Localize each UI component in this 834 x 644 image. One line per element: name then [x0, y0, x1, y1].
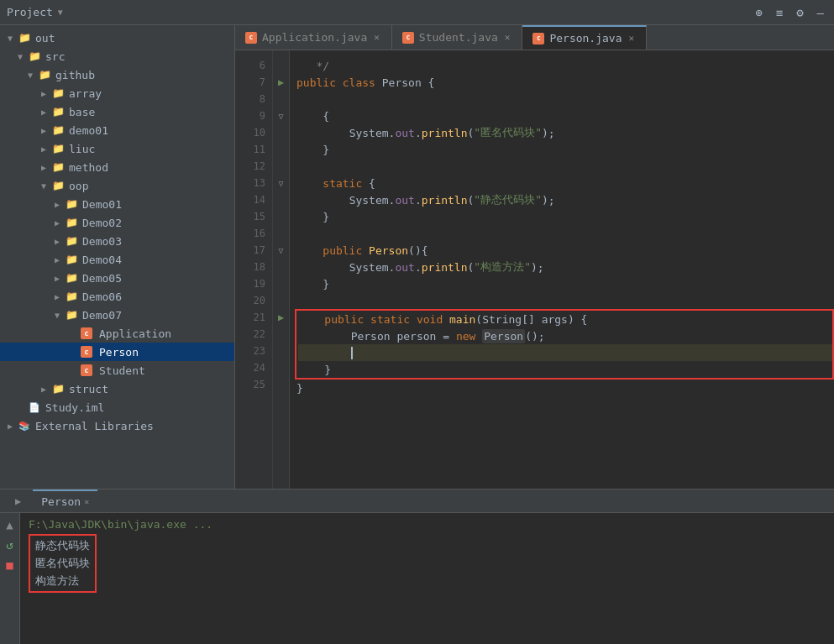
arrow-demo01: ▶: [37, 126, 50, 135]
sidebar-item-Demo03[interactable]: ▶ 📁 Demo03: [0, 232, 234, 250]
label-study-iml: Study.iml: [45, 401, 104, 414]
folder-icon-src: 📁: [27, 50, 42, 63]
label-Demo01: Demo01: [82, 198, 122, 211]
code-line-22: Person person = new Person();: [298, 327, 832, 344]
label-Application: Application: [99, 327, 171, 340]
code-line-18: System.out.println("构造方法");: [296, 259, 834, 275]
output-line-3: 构造方法: [35, 573, 90, 590]
tab-person-java[interactable]: c Person.java ✕: [522, 25, 647, 50]
file-tree: ▼ 📁 out ▼ 📁 src ▼ 📁 github ▶ 📁 array: [0, 25, 234, 438]
sidebar-item-study-iml[interactable]: 📄 Study.iml: [0, 398, 234, 416]
sidebar-item-external-libs[interactable]: ▶ 📚 External Libraries: [0, 416, 234, 435]
output-cmd-line: F:\Java\JDK\bin\java.exe ...: [29, 518, 826, 531]
fold-arrow-9[interactable]: ▽: [278, 112, 283, 121]
sidebar-item-base[interactable]: ▶ 📁 base: [0, 102, 234, 121]
folder-icon-Demo06: 📁: [64, 290, 79, 303]
label-demo01: demo01: [69, 124, 108, 137]
bottom-tabs: ▶ Person ✕: [0, 490, 834, 513]
bottom-run-tab[interactable]: ▶: [7, 490, 29, 512]
bottom-person-tab[interactable]: Person ✕: [33, 490, 97, 512]
code-editor[interactable]: 6 7 8 9 10 11 12 13 14 15 16 17 18 19 20…: [235, 50, 834, 489]
folder-icon-struct: 📁: [50, 382, 66, 395]
sidebar-item-Student[interactable]: c Student: [0, 361, 234, 380]
sidebar-item-array[interactable]: ▶ 📁 array: [0, 84, 234, 102]
java-icon-tab-student: c: [402, 32, 414, 44]
scroll-up-btn[interactable]: ▲: [4, 516, 14, 533]
sidebar: ▼ 📁 out ▼ 📁 src ▼ 📁 github ▶ 📁 array: [0, 25, 235, 489]
label-external-libs: External Libraries: [35, 420, 154, 432]
folder-icon-Demo04: 📁: [64, 253, 79, 266]
sidebar-item-out[interactable]: ▼ 📁 out: [0, 29, 234, 47]
sidebar-item-oop[interactable]: ▼ 📁 oop: [0, 176, 234, 195]
sidebar-item-Demo05[interactable]: ▶ 📁 Demo05: [0, 269, 234, 287]
label-Demo07: Demo07: [82, 309, 122, 322]
code-line-16: [296, 225, 834, 242]
fold-arrow-13[interactable]: ▽: [278, 179, 283, 188]
stop-btn[interactable]: ■: [4, 557, 14, 573]
tab-application-label: Application.java: [262, 31, 367, 44]
label-out: out: [35, 32, 55, 45]
sidebar-item-demo01[interactable]: ▶ 📁 demo01: [0, 121, 234, 139]
toolbar-icons: ⊕ ≡ ⚙ —: [752, 4, 827, 21]
rerun-btn[interactable]: ↺: [4, 537, 14, 553]
code-line-14: System.out.println("静态代码块");: [296, 191, 834, 208]
sidebar-item-Demo07[interactable]: ▼ 📁 Demo07: [0, 306, 234, 324]
tabs-bar: c Application.java ✕ c Student.java ✕ c …: [235, 25, 834, 50]
label-Demo02: Demo02: [82, 217, 122, 229]
line-numbers: 6 7 8 9 10 11 12 13 14 15 16 17 18 19 20…: [235, 50, 273, 489]
folder-icon-github: 📁: [37, 68, 52, 81]
label-Demo06: Demo06: [82, 291, 122, 303]
output-line-1: 静态代码块: [35, 537, 90, 555]
tab-application-close[interactable]: ✕: [372, 31, 381, 44]
fold-arrow-17[interactable]: ▽: [278, 246, 283, 255]
cursor: [351, 347, 353, 359]
folder-icon-liuc: 📁: [50, 142, 66, 155]
tab-person-close[interactable]: ✕: [627, 32, 637, 45]
java-icon-tab-application: c: [245, 32, 257, 44]
lib-icon: 📚: [17, 419, 32, 432]
code-line-21: public static void main(String[] args) {: [298, 311, 832, 327]
arrow-out: ▼: [3, 34, 17, 43]
minimize-icon[interactable]: —: [814, 4, 827, 21]
tab-person-label: Person.java: [549, 32, 622, 45]
sidebar-item-src[interactable]: ▼ 📁 src: [0, 47, 234, 65]
code-line-15: }: [296, 208, 834, 225]
sidebar-item-Demo02[interactable]: ▶ 📁 Demo02: [0, 213, 234, 232]
project-title: Project: [7, 6, 53, 18]
top-toolbar: Project ▼ ⊕ ≡ ⚙ —: [0, 0, 834, 25]
folder-icon-Demo01: 📁: [64, 197, 79, 211]
sidebar-item-Application[interactable]: c Application: [0, 324, 234, 343]
folder-icon-Demo05: 📁: [64, 271, 79, 285]
menu-icon[interactable]: ≡: [773, 4, 786, 21]
folder-icon-base: 📁: [50, 105, 66, 118]
sidebar-item-method[interactable]: ▶ 📁 method: [0, 158, 234, 176]
tab-student-close[interactable]: ✕: [503, 31, 512, 44]
sidebar-item-struct[interactable]: ▶ 📁 struct: [0, 380, 234, 398]
tab-application-java[interactable]: c Application.java ✕: [235, 25, 392, 50]
code-line-12: [296, 158, 834, 175]
bottom-tab-label: Person: [41, 495, 81, 508]
sidebar-item-Demo04[interactable]: ▶ 📁 Demo04: [0, 250, 234, 269]
sidebar-item-Demo06[interactable]: ▶ 📁 Demo06: [0, 287, 234, 306]
bottom-tab-close[interactable]: ✕: [84, 497, 89, 506]
arrow-liuc: ▶: [37, 144, 50, 154]
java-icon-Application: c: [81, 327, 92, 339]
settings-icon[interactable]: ⚙: [793, 4, 806, 21]
run-arrow-7: ▶: [278, 76, 284, 88]
red-border-block: public static void main(String[] args) {…: [295, 309, 834, 380]
folder-icon-array: 📁: [50, 86, 66, 100]
add-icon[interactable]: ⊕: [752, 4, 765, 21]
arrow-method: ▶: [37, 163, 50, 172]
sidebar-item-github[interactable]: ▼ 📁 github: [0, 65, 234, 84]
tab-student-java[interactable]: c Student.java ✕: [392, 25, 523, 50]
sidebar-item-Demo01[interactable]: ▶ 📁 Demo01: [0, 195, 234, 213]
sidebar-item-liuc[interactable]: ▶ 📁 liuc: [0, 139, 234, 158]
code-lines[interactable]: */ public class Person { { System.out.pr…: [290, 50, 834, 489]
label-struct: struct: [69, 383, 108, 395]
sidebar-item-Person[interactable]: c Person: [0, 343, 234, 361]
java-icon-Student: c: [81, 364, 92, 376]
project-dropdown-arrow[interactable]: ▼: [58, 8, 63, 17]
label-Demo04: Demo04: [82, 254, 122, 266]
bottom-left-buttons: ▲ ↺ ■: [0, 513, 20, 644]
code-line-10: System.out.println("匿名代码块");: [296, 124, 834, 141]
